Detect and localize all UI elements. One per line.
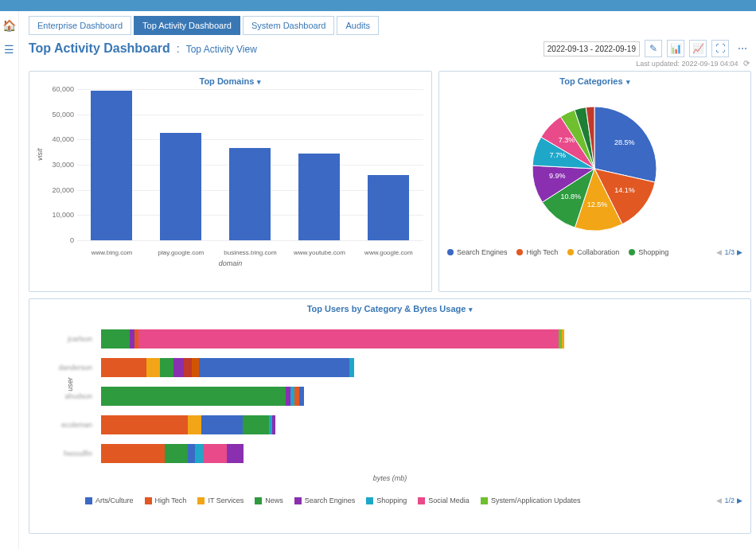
legend-item[interactable]: Search Engines bbox=[447, 248, 508, 256]
legend-item[interactable]: Shopping bbox=[629, 248, 668, 256]
segment[interactable] bbox=[101, 358, 146, 377]
legend-item[interactable]: Search Engines bbox=[294, 496, 356, 504]
segment[interactable] bbox=[101, 415, 188, 434]
panel-title-users[interactable]: Top Users by Category & Bytes Usage▾ bbox=[307, 304, 473, 313]
segment[interactable] bbox=[188, 444, 195, 463]
tab-audits[interactable]: Audits bbox=[337, 16, 379, 35]
segment[interactable] bbox=[101, 387, 286, 406]
legend-item[interactable]: Collaboration bbox=[567, 248, 619, 256]
legend-item[interactable]: News bbox=[255, 496, 283, 504]
chevron-down-icon[interactable]: ▾ bbox=[469, 306, 473, 313]
bar[interactable] bbox=[368, 175, 409, 240]
pager-next-icon[interactable]: ▶ bbox=[737, 248, 742, 256]
list-icon[interactable]: ☰ bbox=[4, 43, 14, 56]
stacked-legend: Arts/CultureHigh TechIT ServicesNewsSear… bbox=[85, 496, 742, 504]
segment[interactable] bbox=[146, 358, 160, 377]
segment[interactable] bbox=[173, 358, 184, 377]
legend-item[interactable]: High Tech bbox=[516, 248, 558, 256]
tab-system[interactable]: System Dashboard bbox=[243, 16, 335, 35]
y-tick: 60,000 bbox=[52, 85, 74, 93]
bar[interactable] bbox=[229, 148, 271, 240]
segment[interactable] bbox=[101, 329, 130, 348]
legend-item[interactable]: Shopping bbox=[366, 496, 407, 504]
segment[interactable] bbox=[188, 415, 201, 434]
legend-label: Shopping bbox=[638, 248, 668, 256]
stacked-row[interactable] bbox=[101, 415, 719, 434]
bar[interactable] bbox=[160, 133, 201, 240]
home-icon[interactable]: 🏠 bbox=[2, 19, 16, 32]
slice-label: 10.8% bbox=[561, 193, 582, 201]
slice-label: 12.5% bbox=[587, 201, 608, 208]
segment[interactable] bbox=[195, 444, 202, 463]
chevron-down-icon[interactable]: ▾ bbox=[257, 78, 261, 86]
more-icon[interactable]: ⋯ bbox=[734, 40, 751, 57]
segment[interactable] bbox=[199, 358, 349, 377]
segment[interactable] bbox=[299, 387, 304, 406]
edit-icon[interactable]: ✎ bbox=[645, 40, 662, 57]
refresh-icon[interactable]: ⟳ bbox=[743, 59, 750, 68]
y-tick: 20,000 bbox=[52, 186, 74, 194]
page-title: Top Activity Dashboard bbox=[29, 41, 170, 56]
x-axis-label: bytes (mb) bbox=[29, 474, 750, 482]
tab-enterprise[interactable]: Enterprise Dashboard bbox=[29, 16, 131, 35]
segment[interactable] bbox=[138, 329, 559, 348]
segment[interactable] bbox=[201, 415, 243, 434]
segment[interactable] bbox=[272, 415, 275, 434]
panel-title-categories[interactable]: Top Categories▾ bbox=[559, 76, 629, 86]
stacked-row[interactable] bbox=[101, 358, 719, 377]
date-range-picker[interactable]: 2022-09-13 - 2022-09-19 bbox=[544, 41, 640, 56]
page-subtitle: Top Activity View bbox=[186, 44, 257, 55]
legend-swatch-icon bbox=[567, 249, 574, 255]
segment[interactable] bbox=[160, 358, 173, 377]
slice-label: 7.7% bbox=[550, 151, 567, 159]
panel-top-domains: Top Domains▾ visit 010,00020,00030,00040… bbox=[29, 71, 432, 292]
user-label: hwoodfin bbox=[29, 450, 97, 458]
legend-swatch-icon bbox=[294, 497, 302, 504]
tab-top-activity[interactable]: Top Activity Dashboard bbox=[134, 16, 240, 35]
segment[interactable] bbox=[243, 415, 269, 434]
legend-item[interactable]: High Tech bbox=[145, 496, 187, 504]
stacked-row[interactable] bbox=[101, 387, 719, 406]
stacked-row[interactable] bbox=[101, 329, 719, 348]
legend-swatch-icon bbox=[366, 497, 373, 504]
pager-next-icon[interactable]: ▶ bbox=[737, 496, 742, 504]
toolbar: 2022-09-13 - 2022-09-19 ✎ 📊 📈 ⛶ ⋯ bbox=[544, 40, 751, 57]
legend-swatch-icon bbox=[145, 497, 152, 504]
pager-prev-icon[interactable]: ◀ bbox=[716, 496, 722, 504]
y-tick: 40,000 bbox=[52, 135, 74, 143]
chevron-down-icon[interactable]: ▾ bbox=[626, 78, 630, 86]
legend-item[interactable]: Social Media bbox=[418, 496, 470, 504]
legend-item[interactable]: IT Services bbox=[197, 496, 244, 504]
pager-prev-icon[interactable]: ◀ bbox=[716, 248, 722, 256]
x-tick: business.bing.com bbox=[218, 249, 282, 256]
legend-label: Search Engines bbox=[305, 496, 356, 504]
legend-item[interactable]: System/Application Updates bbox=[481, 496, 581, 504]
legend-label: Arts/Culture bbox=[95, 496, 134, 504]
segment[interactable] bbox=[349, 358, 354, 377]
legend-label: Collaboration bbox=[577, 248, 619, 256]
segment[interactable] bbox=[562, 329, 564, 348]
add-widget-icon[interactable]: 📈 bbox=[689, 40, 707, 57]
legend-swatch-icon bbox=[447, 249, 454, 255]
bar[interactable] bbox=[298, 154, 340, 240]
bar[interactable] bbox=[91, 91, 132, 240]
panel-title-domains[interactable]: Top Domains▾ bbox=[200, 76, 262, 86]
stacked-row[interactable] bbox=[101, 444, 719, 463]
legend-item[interactable]: Arts/Culture bbox=[85, 496, 134, 504]
segment[interactable] bbox=[227, 444, 244, 463]
chart-config-icon[interactable]: 📊 bbox=[667, 40, 684, 57]
x-tick: www.google.com bbox=[357, 249, 420, 256]
segment[interactable] bbox=[192, 358, 199, 377]
legend-swatch-icon bbox=[481, 497, 488, 504]
segment[interactable] bbox=[165, 444, 187, 463]
user-label: danderson bbox=[29, 364, 97, 372]
legend-swatch-icon bbox=[197, 497, 205, 504]
bar-chart-top-domains: visit 010,00020,00030,00040,00050,00060,… bbox=[29, 89, 431, 271]
slice-label: 28.5% bbox=[614, 138, 635, 146]
segment[interactable] bbox=[203, 444, 227, 463]
segment[interactable] bbox=[184, 358, 191, 377]
user-label: ecoleman bbox=[29, 421, 97, 429]
maximize-icon[interactable]: ⛶ bbox=[711, 40, 729, 57]
segment[interactable] bbox=[101, 444, 165, 463]
legend-label: Shopping bbox=[376, 496, 407, 504]
